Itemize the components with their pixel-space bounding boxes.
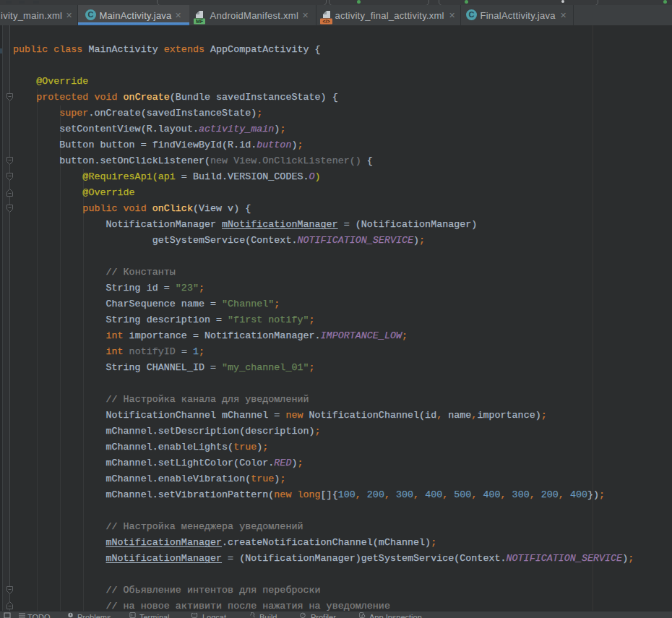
svg-text:MF: MF	[196, 19, 204, 24]
svg-text:</>: </>	[322, 19, 329, 24]
